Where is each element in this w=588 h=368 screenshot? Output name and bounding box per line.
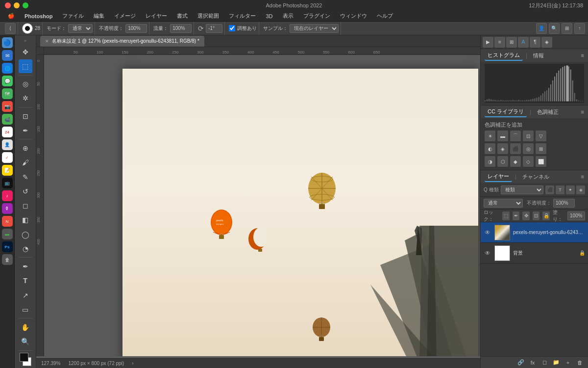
window-controls[interactable] [5,2,28,8]
dock-maps[interactable]: 🗺 [2,88,13,99]
tool-options-btn[interactable]: ⟨ [5,23,16,34]
colorbalance-adj[interactable]: ◈ [497,143,508,154]
add-style-btn[interactable]: fx [528,358,537,367]
gradient-tool[interactable]: ◧ [19,213,32,227]
flow-input[interactable] [170,24,192,33]
menu-type[interactable]: 書式 [173,11,192,21]
link-layers-btn[interactable]: 🔗 [516,358,525,367]
histogram-tab[interactable]: ヒストグラム [485,51,523,61]
invert-adj[interactable]: ◑ [485,156,495,167]
brightness-adj[interactable]: ☀ [485,131,495,141]
dock-ps[interactable]: Ps [2,241,13,252]
layer-item[interactable]: 👁 pexels-meruyert-gonullu-6243811 [481,222,588,243]
panel-icon-5[interactable]: ¶ [530,37,540,48]
profile-btn[interactable]: 👤 [536,23,547,34]
filter-type-icon[interactable]: T [556,185,564,194]
sample-select[interactable]: 現在のレイヤー [290,24,339,33]
info-tab[interactable]: 情報 [530,51,547,60]
dock-news[interactable]: N [2,216,13,227]
dock-notes[interactable]: 📝 [2,165,13,176]
nav-arrow[interactable]: › [132,361,133,366]
dock-facetime[interactable]: 📹 [2,114,13,125]
gradientmap-adj[interactable]: ⊞ [536,143,546,154]
document-canvas[interactable]: pexels meruyert [122,69,478,356]
menu-layer[interactable]: レイヤー [142,11,171,21]
selection-tool[interactable]: ⬚ [19,59,32,73]
opacity-value-input[interactable] [553,199,575,208]
dodge-tool[interactable]: ◔ [19,242,32,255]
opacity-input[interactable] [125,24,147,33]
new-group-btn[interactable]: 📁 [552,358,561,367]
menu-3d[interactable]: 3D [262,12,276,20]
filter-smart-icon[interactable]: ◈ [576,185,585,194]
dock-tv[interactable]: 📺 [2,178,13,188]
search-btn[interactable]: 🔍 [549,23,560,34]
menu-file[interactable]: ファイル [58,11,88,21]
huesat-adj[interactable]: ◐ [485,143,495,154]
menu-image[interactable]: イメージ [110,11,140,21]
selectivecolor-adj[interactable]: ◇ [523,156,534,167]
histogram-menu[interactable]: ≡ [581,53,584,58]
lock-transparent[interactable]: ⬚ [502,211,510,220]
dock-reminders[interactable]: ✓ [2,152,13,163]
eyedropper-tool[interactable]: ✒ [19,124,32,137]
posterize-adj[interactable]: ⬡ [497,156,508,167]
lock-artboard[interactable]: ⊡ [533,211,540,220]
panel-icon-2[interactable]: ≡ [494,37,505,48]
lock-all[interactable]: 🔒 [542,211,550,220]
type-tool[interactable]: T [19,274,32,288]
cc-panel-menu[interactable]: ≡ [581,109,584,115]
dock-calendar[interactable]: 24 [2,127,13,137]
curves-adj[interactable]: ⌒ [510,131,521,141]
hand-tool[interactable]: ✋ [19,320,32,334]
cc-panel-header[interactable]: CC ライブラリ | 色調補正 ≡ [481,105,588,118]
layer-item-bg[interactable]: 👁 背景 🔒 [481,243,588,263]
dock-music[interactable]: ♪ [2,190,13,201]
vibrance-adj[interactable]: ▽ [536,131,546,141]
panel-icon-1[interactable]: ▶ [483,37,493,48]
brush-preview[interactable] [22,23,33,34]
dock-mail[interactable]: ✉ [2,50,13,61]
healing-tool[interactable]: ⊕ [19,141,32,155]
channels-tab[interactable]: チャンネル [519,172,552,182]
histogram-header[interactable]: ヒストグラム | 情報 ≡ [481,49,588,62]
new-layer-btn[interactable]: + [564,358,572,367]
color-correction-tab[interactable]: 色調補正 [534,107,562,117]
dock-trash[interactable]: 🗑 [2,254,13,265]
panel-icon-3[interactable]: ⊞ [506,37,517,48]
arrange-btn[interactable]: ⊞ [562,23,572,34]
photofilter-adj[interactable]: ⬛ [510,143,521,154]
menu-filter[interactable]: フィルター [225,11,260,21]
history-brush-tool[interactable]: ↺ [19,184,32,198]
tab-close-btn[interactable]: ✕ [45,39,49,44]
filter-pixel-icon[interactable]: ⬛ [545,185,554,194]
apple-menu[interactable]: 🍎 [4,12,19,20]
filter-shape-icon[interactable]: ✦ [566,185,575,194]
panel-icon-4[interactable]: A [518,37,529,48]
path-selection-tool[interactable]: ↗ [19,289,32,302]
color-picker[interactable] [19,353,32,366]
layer-visibility-1[interactable]: 👁 [484,229,491,237]
menu-help[interactable]: ヘルプ [373,11,397,21]
layers-tab[interactable]: レイヤー [485,172,512,182]
canvas-workspace[interactable]: 0 50 100 150 200 250 300 350 400 [36,55,480,356]
maximize-button[interactable] [23,2,28,8]
move-tool[interactable]: ✥ [19,45,32,58]
layer-visibility-2[interactable]: 👁 [484,249,491,257]
lock-pixels[interactable]: ✒ [513,211,520,220]
eraser-tool[interactable]: ◻ [19,199,32,212]
dock-safari[interactable]: 🌐 [2,63,13,74]
dock-finder[interactable]: 🔵 [2,37,13,48]
dock-contacts[interactable]: 👤 [2,139,13,150]
lock-position[interactable]: ✥ [522,211,530,220]
panel-icon-6[interactable]: ◈ [541,37,552,48]
dock-photos[interactable]: 📷 [2,101,13,112]
add-mask-btn[interactable]: ◻ [540,358,549,367]
menu-plugins[interactable]: プラグイン [299,11,334,21]
menu-photoshop[interactable]: Photoshop [21,12,56,20]
blur-tool[interactable]: ◯ [19,228,32,241]
pen-tool[interactable]: ✒ [19,260,32,273]
layer-type-filter[interactable]: 種類 [501,185,543,194]
channelmix-adj[interactable]: ◎ [523,143,534,154]
minimize-button[interactable] [14,2,20,8]
